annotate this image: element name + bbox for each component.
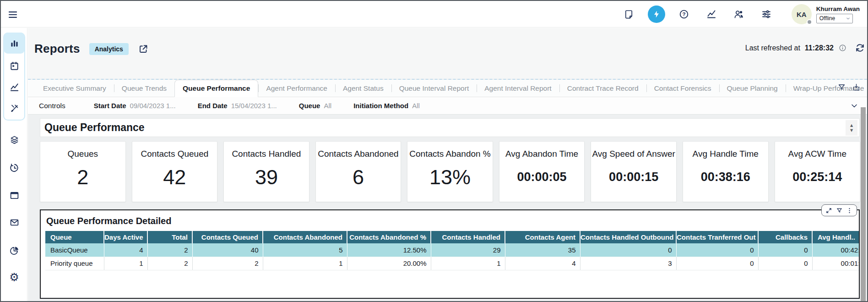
window-icon[interactable] xyxy=(4,185,25,206)
widget-toolbar xyxy=(821,204,857,216)
svg-text:?: ? xyxy=(682,11,685,17)
filter-label: Queue xyxy=(299,102,320,110)
calendar-icon[interactable] xyxy=(4,55,25,77)
metric-card-avg-speed-of-answer: Avg Speed of Answer00:00:15 xyxy=(591,141,677,202)
dashboard-panel: Executive SummaryQueue TrendsQueue Perfo… xyxy=(28,79,867,301)
metric-card-avg-handle-time: Avg Handle Time00:38:16 xyxy=(683,141,769,202)
tab-agent-status[interactable]: Agent Status xyxy=(335,80,391,97)
last-refreshed-time: 11:28:32 xyxy=(805,44,834,52)
download-icon[interactable] xyxy=(852,83,861,92)
value-cell: 0 xyxy=(758,257,812,270)
settings-icon[interactable]: ⚙ xyxy=(4,267,25,288)
history-icon[interactable] xyxy=(4,157,25,178)
tab-queue-interval-report[interactable]: Queue Interval Report xyxy=(391,80,477,97)
vertical-scrollbar[interactable] xyxy=(861,107,866,301)
expand-icon[interactable] xyxy=(825,207,832,214)
metric-card-queues: Queues2 xyxy=(40,141,126,202)
col-header-contacts-handled[interactable]: Contacts Handled xyxy=(431,231,505,243)
metric-card-avg-abandon-time: Avg Abandon Time00:00:05 xyxy=(499,141,585,202)
tab-contact-forensics[interactable]: Contact Forensics xyxy=(646,80,719,97)
value-cell: 0 xyxy=(758,243,812,257)
tab-agent-interval-report[interactable]: Agent Interval Report xyxy=(477,80,559,97)
filter-queue[interactable]: QueueAll xyxy=(299,102,331,110)
layers-icon[interactable] xyxy=(4,129,25,150)
value-cell: 1 xyxy=(263,257,347,270)
value-cell: 1 xyxy=(104,257,147,270)
col-header-queue[interactable]: Queue xyxy=(45,231,104,243)
col-header-avg-handl[interactable]: Avg Handl.. xyxy=(812,231,859,243)
main-area: Reports Analytics Last refreshed at 11:2… xyxy=(28,28,867,301)
filter-value: 09/04/2023 1... xyxy=(130,102,176,110)
filter-initiation-method[interactable]: Initiation MethodAll xyxy=(353,102,420,110)
col-header-contacts-abandoned[interactable]: Contacts Abandoned % xyxy=(347,231,431,243)
filter-icon[interactable] xyxy=(837,83,846,92)
users-icon[interactable] xyxy=(733,8,745,20)
col-header-contacts-queued[interactable]: Contacts Queued xyxy=(192,231,263,243)
filter-value: 15/04/2023 1... xyxy=(231,102,277,110)
col-header-contacts-tranferred-out[interactable]: Contacts Tranferred Out xyxy=(676,231,758,243)
pie-chart-icon[interactable] xyxy=(4,240,25,261)
filter-end-date[interactable]: End Date15/04/2023 1... xyxy=(198,102,277,110)
tab-queue-performance[interactable]: Queue Performance xyxy=(174,80,258,97)
metric-label: Contacts Abandoned xyxy=(318,149,398,159)
status-select[interactable]: Offline xyxy=(816,14,853,23)
external-link-icon[interactable] xyxy=(138,44,149,55)
detail-table-body: BasicQueue4240512.50%293500000:42:22Prio… xyxy=(45,243,859,270)
help-icon[interactable]: ? xyxy=(678,8,690,20)
table-row-priority-queue[interactable]: Priority queue122120.00%1430000:01:19 xyxy=(45,257,859,270)
col-header-contacts-handled-outbound[interactable]: Contacts Handled Outbound xyxy=(580,231,676,243)
filter-value: All xyxy=(324,102,331,110)
scroll-stepper[interactable]: ▲▼ xyxy=(846,120,857,136)
page-header: Reports Analytics Last refreshed at 11:2… xyxy=(28,28,867,79)
metric-card-contacts-queued: Contacts Queued42 xyxy=(132,141,218,202)
col-header-contacts-agent[interactable]: Contacts Agent xyxy=(505,231,580,243)
preferences-icon[interactable] xyxy=(760,8,772,20)
tab-executive-summary[interactable]: Executive Summary xyxy=(35,80,114,97)
flash-icon[interactable] xyxy=(648,5,665,23)
filter-label: End Date xyxy=(198,102,228,110)
info-icon[interactable] xyxy=(838,44,847,52)
tab-queue-planning[interactable]: Queue Planning xyxy=(719,80,786,97)
kebab-menu-icon[interactable] xyxy=(846,207,853,214)
value-cell: 12.50% xyxy=(347,243,431,257)
metric-value: 39 xyxy=(255,159,278,202)
status-value: Offline xyxy=(819,15,835,22)
detail-table: QueueDays ActiveTotalContacts QueuedCont… xyxy=(45,231,859,270)
tab-contract-trace-record[interactable]: Contract Trace Record xyxy=(559,80,646,97)
value-cell: 0 xyxy=(580,243,676,257)
refresh-icon[interactable] xyxy=(855,43,865,53)
menu-icon[interactable] xyxy=(7,9,19,21)
metric-value: 00:25:14 xyxy=(792,159,842,202)
value-cell: 0 xyxy=(676,257,758,270)
notes-icon[interactable] xyxy=(623,8,635,20)
mail-icon[interactable] xyxy=(4,212,25,233)
metric-label: Avg ACW Time xyxy=(788,149,846,159)
value-cell: 3 xyxy=(580,257,676,270)
metric-label: Contacts Abandon % xyxy=(409,149,490,159)
col-header-days-active[interactable]: Days Active xyxy=(104,231,147,243)
collapse-chevron-icon[interactable] xyxy=(850,101,859,110)
metrics-icon[interactable] xyxy=(705,8,717,20)
filter-icon[interactable] xyxy=(836,207,843,214)
col-header-contacts-abandoned[interactable]: Contacts Abandoned xyxy=(263,231,347,243)
col-header-total[interactable]: Total xyxy=(147,231,192,243)
value-cell: 35 xyxy=(505,243,580,257)
table-row-basicqueue[interactable]: BasicQueue4240512.50%293500000:42:22 xyxy=(45,243,859,257)
design-icon[interactable] xyxy=(4,98,25,119)
controls-label: Controls xyxy=(39,102,65,110)
metric-label: Queues xyxy=(68,149,98,159)
value-cell: 2 xyxy=(192,257,263,270)
controls-row: Controls Start Date09/04/2023 1...End Da… xyxy=(28,97,867,115)
last-refreshed-label: Last refreshed at xyxy=(745,44,800,52)
value-cell: 4 xyxy=(505,257,580,270)
col-header-callbacks[interactable]: Callbacks xyxy=(758,231,812,243)
tab-agent-performance[interactable]: Agent Performance xyxy=(258,80,335,97)
line-chart-icon[interactable] xyxy=(4,77,25,98)
bar-chart-icon[interactable] xyxy=(4,33,25,54)
metric-label: Avg Handle Time xyxy=(693,149,759,159)
metric-label: Contacts Queued xyxy=(141,149,208,159)
filter-start-date[interactable]: Start Date09/04/2023 1... xyxy=(94,102,176,110)
tab-queue-trends[interactable]: Queue Trends xyxy=(114,80,174,97)
avatar[interactable]: KA xyxy=(792,4,812,24)
filter-label: Start Date xyxy=(94,102,126,110)
